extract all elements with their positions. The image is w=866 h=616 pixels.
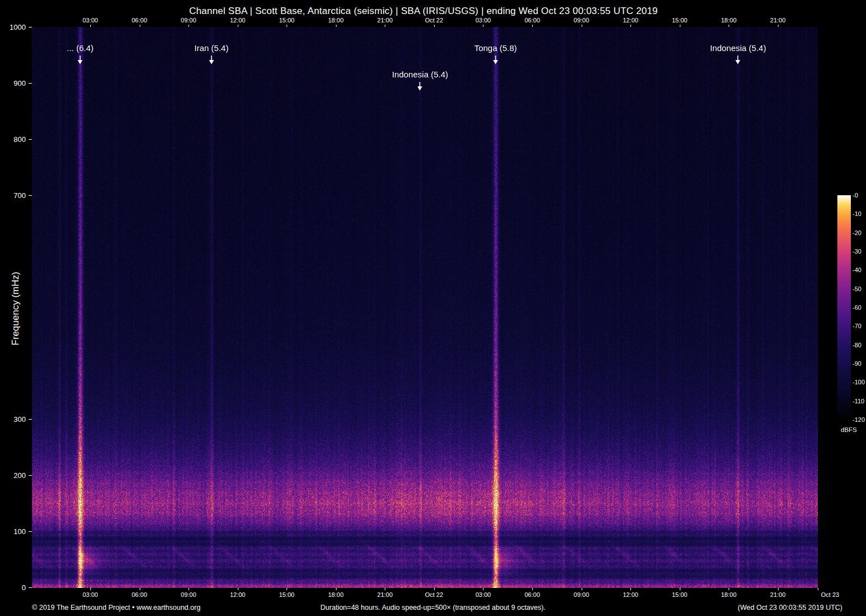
time-tick-mark — [680, 588, 680, 590]
time-tick-mark — [729, 588, 729, 590]
freq-tick-label: 700 — [0, 191, 26, 200]
colorbar-tick-label: -10 — [853, 210, 862, 217]
time-tick-label: 18:00 — [319, 17, 353, 24]
time-tick-label: 12:00 — [614, 591, 647, 598]
time-tick-label: Oct 22 — [417, 17, 451, 24]
time-tick-label: 03:00 — [466, 17, 500, 24]
earthquake-label: Indonesia (5.4) — [392, 70, 448, 79]
colorbar-tick-label: -110 — [853, 398, 864, 404]
earthquake-annotation: Tonga (5.8) — [475, 43, 517, 65]
page-title: Channel SBA | Scott Base, Antarctica (se… — [0, 6, 847, 17]
earthquake-label: ... (6.4) — [67, 43, 94, 53]
colorbar-tick-label: -0 — [853, 192, 858, 199]
colorbar-tick-label: -80 — [853, 342, 862, 348]
time-tick-label: 18:00 — [712, 17, 745, 24]
freq-tick-label: 300 — [0, 415, 26, 424]
time-tick-label: Oct 22 — [417, 591, 451, 598]
colorbar-tick-label: -30 — [853, 248, 862, 255]
down-arrow-icon — [710, 56, 766, 65]
time-tick-mark — [778, 588, 779, 590]
earthquake-label: Tonga (5.8) — [475, 43, 517, 53]
time-tick-label: Oct 23 — [813, 591, 847, 598]
time-tick-mark — [238, 588, 238, 590]
earthquake-annotation: Indonesia (5.4) — [392, 70, 448, 91]
time-tick-label: 03:00 — [73, 591, 107, 598]
time-tick-label: 21:00 — [761, 591, 795, 598]
colorbar-tick-label: -100 — [853, 379, 865, 385]
earthquake-annotation: Iran (5.4) — [195, 43, 229, 65]
time-tick-label: 09:00 — [172, 591, 205, 598]
time-tick-mark — [90, 588, 91, 590]
footer-duration: Duration=48 hours. Audio speed-up=500× (… — [0, 604, 866, 612]
time-tick-mark — [582, 588, 582, 590]
time-tick-label: 09:00 — [565, 17, 598, 24]
time-tick-label: 03:00 — [466, 591, 500, 598]
down-arrow-icon — [475, 56, 517, 65]
time-tick-label: 15:00 — [270, 591, 303, 598]
time-tick-mark — [818, 588, 818, 590]
freq-tick-label: 900 — [0, 79, 26, 88]
colorbar-tick-label: -60 — [853, 304, 862, 311]
time-tick-label: 21:00 — [368, 591, 402, 598]
time-tick-label: 21:00 — [761, 17, 795, 24]
footer: © 2019 The Earthsound Project • www.eart… — [0, 604, 866, 615]
spectrogram-plot: ... (6.4)Iran (5.4)Indonesia (5.4)Tonga … — [32, 27, 818, 588]
down-arrow-icon — [392, 82, 448, 91]
colorbar-unit-label: dBFS — [841, 426, 857, 433]
time-tick-mark — [532, 588, 533, 590]
time-tick-label: 15:00 — [663, 17, 697, 24]
time-tick-label: 12:00 — [614, 17, 647, 24]
time-tick-label: 12:00 — [221, 17, 255, 24]
colorbar-tick-label: -90 — [853, 360, 862, 367]
time-tick-mark — [385, 588, 385, 590]
colorbar-tick-label: -50 — [853, 286, 862, 292]
freq-tick-label: 100 — [0, 527, 26, 536]
time-tick-mark — [630, 588, 631, 590]
footer-timestamp: (Wed Oct 23 00:03:55 2019 UTC) — [738, 604, 842, 612]
time-tick-mark — [434, 588, 435, 590]
colorbar-tick-label: -20 — [853, 229, 862, 236]
spectrogram-canvas — [32, 27, 818, 588]
earthquake-annotation: ... (6.4) — [67, 43, 94, 65]
colorbar-tick-label: -120 — [853, 416, 865, 423]
down-arrow-icon — [67, 56, 94, 65]
top-time-axis: 03:0006:0009:0012:0015:0018:0021:00Oct 2… — [32, 17, 818, 27]
colorbar: -0-10-20-30-40-50-60-70-80-90-100-110-12… — [837, 195, 866, 439]
time-tick-label: 06:00 — [515, 591, 549, 598]
down-arrow-icon — [195, 56, 229, 65]
time-tick-label: 15:00 — [270, 17, 303, 24]
colorbar-gradient — [837, 195, 851, 420]
time-tick-mark — [188, 588, 189, 590]
freq-tick-label: 1000 — [0, 23, 26, 31]
earthquake-label: Iran (5.4) — [195, 43, 229, 53]
bottom-time-axis: 03:0006:0009:0012:0015:0018:0021:00Oct 2… — [32, 588, 862, 601]
time-tick-label: 06:00 — [515, 17, 549, 24]
time-tick-label: 21:00 — [368, 17, 402, 24]
time-tick-label: 18:00 — [712, 591, 745, 598]
time-tick-mark — [336, 588, 337, 590]
time-tick-label: 09:00 — [565, 591, 598, 598]
time-tick-mark — [140, 588, 140, 590]
time-tick-mark — [483, 588, 483, 590]
frequency-axis: 10009008007003002001000 — [0, 27, 32, 588]
colorbar-tick-label: -40 — [853, 266, 862, 273]
colorbar-tick-label: -70 — [853, 323, 862, 329]
time-tick-label: 15:00 — [663, 591, 697, 598]
freq-tick-label: 0 — [0, 583, 26, 592]
time-tick-label: 12:00 — [221, 591, 255, 598]
time-tick-label: 06:00 — [123, 591, 156, 598]
earthquake-label: Indonesia (5.4) — [710, 43, 766, 53]
time-tick-label: 18:00 — [319, 591, 353, 598]
time-tick-label: 09:00 — [172, 17, 205, 24]
freq-tick-label: 200 — [0, 471, 26, 480]
time-tick-mark — [287, 588, 287, 590]
time-tick-label: 06:00 — [123, 17, 156, 24]
spectrogram-page: Channel SBA | Scott Base, Antarctica (se… — [0, 0, 866, 616]
time-tick-label: 03:00 — [73, 17, 107, 24]
freq-tick-label: 800 — [0, 135, 26, 144]
earthquake-annotation: Indonesia (5.4) — [710, 43, 766, 65]
